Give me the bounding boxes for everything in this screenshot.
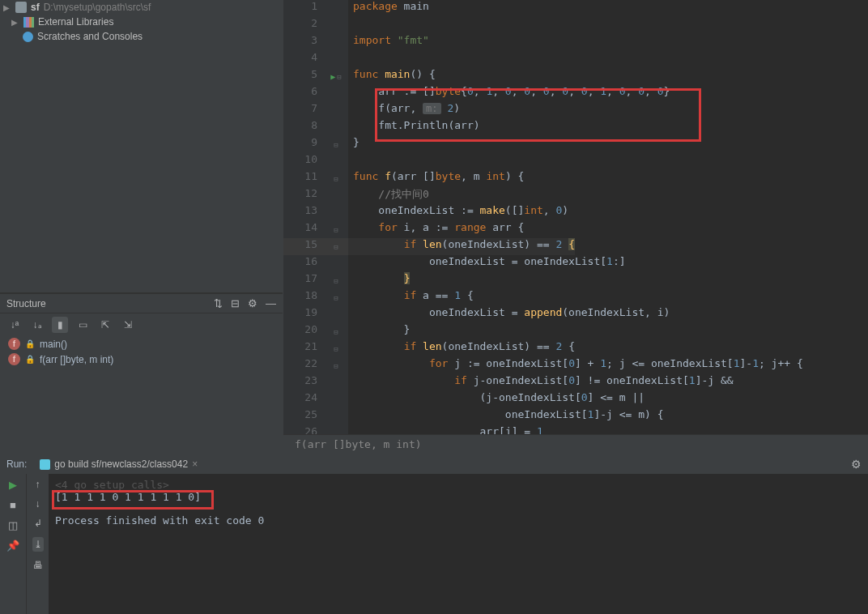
function-badge-icon: f: [8, 338, 20, 350]
code-line[interactable]: 17⊟ }: [283, 272, 868, 289]
layout-icon[interactable]: ◫: [8, 519, 18, 531]
code-line[interactable]: 9⊟}: [283, 136, 868, 153]
code-line[interactable]: 7 f(arr, m: 2): [283, 102, 868, 119]
libraries-icon: [23, 17, 34, 28]
sort-icon[interactable]: ⇅: [214, 297, 223, 309]
code-line[interactable]: 21⊟ if len(oneIndexList) == 2 {: [283, 340, 868, 357]
external-libraries[interactable]: ▶ External Libraries: [0, 15, 283, 29]
code-line[interactable]: 5▶⊟func main() {: [283, 68, 868, 85]
code-line[interactable]: 4: [283, 51, 868, 68]
fold-icon[interactable]: ⊟: [334, 175, 338, 183]
function-badge-icon: f: [8, 353, 20, 365]
ext-libs-label: External Libraries: [38, 16, 113, 28]
structure-panel: Structure ⇅ ⊟ ⚙ — ↓ª ↓ₐ ▮ ▭ ⇱ ⇲ f🔒main()…: [0, 293, 283, 454]
code-line[interactable]: 19 oneIndexList = append(oneIndexList, i…: [283, 306, 868, 323]
setup-calls: <4 go setup calls>: [55, 479, 862, 491]
fold-icon[interactable]: ⊟: [334, 328, 338, 336]
code-line[interactable]: 24 (j-oneIndexList[0] <= m ||: [283, 391, 868, 408]
code-line[interactable]: 3import "fmt": [283, 34, 868, 51]
run-gutter-icon[interactable]: ▶: [330, 72, 335, 81]
scratches-icon: [23, 32, 33, 42]
code-line[interactable]: 25 oneIndexList[1]-j <= m) {: [283, 408, 868, 425]
run-second-toolbar: ↑ ↓ ↲ ⤓ 🖶: [26, 474, 49, 614]
output-line: [1 1 1 1 0 1 1 1 1 1 0]: [55, 491, 862, 503]
code-line[interactable]: 12 //找中间0: [283, 187, 868, 204]
close-icon[interactable]: ×: [192, 458, 198, 470]
lock-icon: 🔒: [25, 355, 35, 364]
code-line[interactable]: 8 fmt.Println(arr): [283, 119, 868, 136]
fold-icon[interactable]: ⊟: [334, 226, 338, 234]
code-line[interactable]: 13 oneIndexList := make([]int, 0): [283, 204, 868, 221]
run-panel: Run: go build sf/newclass2/class042 × ⚙ …: [0, 454, 868, 614]
scratches-label: Scratches and Consoles: [37, 31, 143, 42]
run-left-toolbar: ▶ ■ ◫ 📌: [0, 474, 26, 614]
code-line[interactable]: 20⊟ }: [283, 323, 868, 340]
run-label: Run:: [6, 458, 27, 470]
folder-icon: [15, 2, 27, 13]
autoscroll-to-icon[interactable]: ⇱: [97, 317, 113, 333]
wrap-icon[interactable]: ↲: [34, 518, 42, 529]
fold-icon[interactable]: ⊟: [334, 294, 338, 302]
structure-title: Structure: [6, 298, 46, 309]
root-name: sf: [31, 2, 40, 13]
breadcrumb[interactable]: f(arr []byte, m int): [283, 434, 868, 454]
root-path: D:\mysetup\gopath\src\sf: [44, 2, 151, 13]
structure-item[interactable]: f🔒main(): [0, 336, 283, 352]
gear-icon[interactable]: ⚙: [248, 297, 257, 309]
code-editor[interactable]: 1package main23import "fmt"45▶⊟func main…: [283, 0, 868, 454]
autoscroll-from-icon[interactable]: ⇲: [120, 317, 136, 333]
code-line[interactable]: 6 arr := []byte{0, 1, 0, 0, 0, 0, 0, 1, …: [283, 85, 868, 102]
chevron-right-icon: ▶: [3, 3, 11, 12]
run-icon[interactable]: ▶: [9, 479, 17, 491]
sort-visibility-icon[interactable]: ↓ₐ: [29, 317, 45, 333]
show-files-icon[interactable]: ▭: [74, 317, 91, 333]
code-line[interactable]: 15⊟ if len(oneIndexList) == 2 {: [283, 238, 868, 255]
fold-icon[interactable]: ⊟: [334, 277, 338, 285]
structure-toolbar: ↓ª ↓ₐ ▮ ▭ ⇱ ⇲: [0, 313, 283, 336]
up-icon[interactable]: ↑: [36, 479, 40, 490]
code-line[interactable]: 22⊟ for j := oneIndexList[0] + 1; j <= o…: [283, 357, 868, 374]
console-output[interactable]: <4 go setup calls> [1 1 1 1 0 1 1 1 1 1 …: [49, 474, 868, 614]
code-line[interactable]: 16 oneIndexList = oneIndexList[1:]: [283, 255, 868, 272]
go-icon: [40, 459, 50, 470]
code-line[interactable]: 23 if j-oneIndexList[0] != oneIndexList[…: [283, 374, 868, 391]
code-line[interactable]: 1package main: [283, 0, 868, 17]
fold-icon[interactable]: ⊟: [337, 73, 341, 81]
fold-icon[interactable]: ⊟: [334, 345, 338, 353]
fold-icon[interactable]: ⊟: [334, 141, 338, 149]
lock-icon: 🔒: [25, 339, 35, 348]
project-root[interactable]: ▶ sf D:\mysetup\gopath\src\sf: [0, 0, 283, 15]
chevron-right-icon: ▶: [11, 18, 19, 27]
code-line[interactable]: 18⊟ if a == 1 {: [283, 289, 868, 306]
structure-item[interactable]: f🔒f(arr []byte, m int): [0, 352, 283, 367]
run-tab[interactable]: go build sf/newclass2/class042 ×: [33, 456, 204, 472]
project-tree[interactable]: ▶ sf D:\mysetup\gopath\src\sf ▶ External…: [0, 0, 283, 293]
code-line[interactable]: 14⊟ for i, a := range arr {: [283, 221, 868, 238]
fold-icon[interactable]: ⊟: [334, 362, 338, 370]
code-line[interactable]: 26 arr[j] = 1: [283, 425, 868, 434]
minimize-icon[interactable]: —: [266, 297, 276, 309]
pin-icon[interactable]: 📌: [6, 539, 19, 552]
gear-icon[interactable]: ⚙: [851, 458, 862, 471]
stop-icon[interactable]: ■: [10, 499, 16, 511]
sort-alpha-icon[interactable]: ↓ª: [6, 317, 23, 333]
code-line[interactable]: 10: [283, 153, 868, 170]
collapse-icon[interactable]: ⊟: [231, 297, 240, 309]
code-line[interactable]: 11⊟func f(arr []byte, m int) {: [283, 170, 868, 187]
code-line[interactable]: 2: [283, 17, 868, 34]
exit-line: Process finished with exit code 0: [55, 514, 862, 527]
scroll-end-icon[interactable]: ⤓: [32, 537, 44, 552]
show-fields-icon[interactable]: ▮: [52, 317, 68, 333]
fold-icon[interactable]: ⊟: [334, 243, 338, 251]
scratches[interactable]: Scratches and Consoles: [0, 29, 283, 44]
print-icon[interactable]: 🖶: [33, 560, 43, 571]
down-icon[interactable]: ↓: [36, 498, 40, 510]
